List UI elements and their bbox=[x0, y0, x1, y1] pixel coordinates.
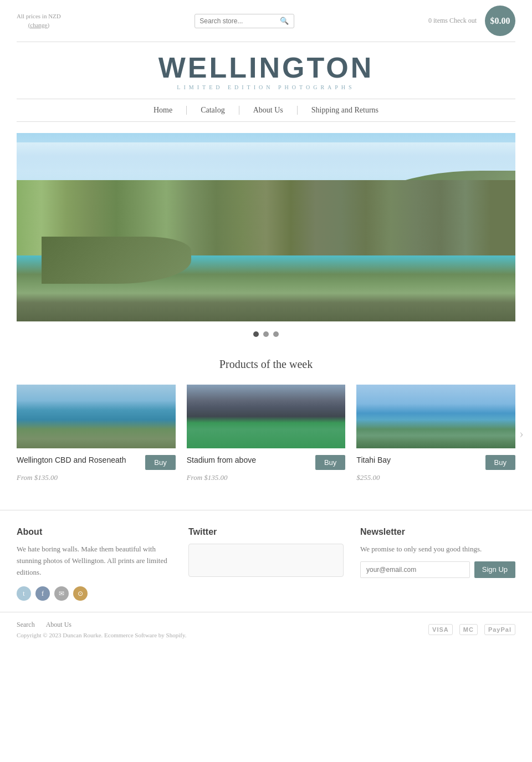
footer-about-link[interactable]: About Us bbox=[46, 621, 71, 629]
dot-1[interactable] bbox=[253, 331, 259, 337]
checkout-link[interactable]: Check out bbox=[449, 17, 477, 24]
cart-total[interactable]: $0.00 bbox=[485, 6, 515, 36]
bottom-footer: Search About Us Copyright © 2023 Duncan … bbox=[0, 612, 532, 647]
facebook-social-icon[interactable]: f bbox=[35, 586, 50, 601]
footer-newsletter-title: Newsletter bbox=[360, 527, 515, 537]
buy-button-3[interactable]: Buy bbox=[485, 455, 515, 470]
product-name-3: Titahi Bay bbox=[356, 455, 479, 465]
payment-icons: VISA MC PayPal bbox=[428, 624, 515, 635]
product-name-2: Stadium from above bbox=[187, 455, 310, 465]
nav-bottom-divider bbox=[17, 121, 515, 122]
twitter-social-icon[interactable]: t bbox=[17, 586, 31, 601]
newsletter-text: We promise to only send you good things. bbox=[360, 544, 515, 555]
newsletter-email-input[interactable] bbox=[360, 561, 470, 578]
change-link[interactable]: (change) bbox=[28, 22, 49, 28]
products-section: Products of the week Wellington CBD and … bbox=[0, 347, 532, 493]
logo-subtitle: LIMITED EDITION PHOTOGRAPHS bbox=[0, 84, 532, 90]
top-bar: All prices in NZD (change) 🔍 0 items Che… bbox=[0, 0, 532, 42]
bottom-footer-left: Search About Us Copyright © 2023 Duncan … bbox=[17, 621, 186, 638]
search-icon[interactable]: 🔍 bbox=[280, 17, 289, 25]
paypal-icon: PayPal bbox=[484, 624, 515, 635]
products-next-arrow[interactable]: › bbox=[519, 426, 524, 441]
product-info-3: Titahi Bay Buy bbox=[356, 455, 515, 470]
email-social-icon[interactable]: ✉ bbox=[54, 586, 69, 601]
cart-info[interactable]: 0 items Check out bbox=[428, 17, 477, 25]
newsletter-form: Sign Up bbox=[360, 561, 515, 578]
products-title: Products of the week bbox=[17, 358, 515, 371]
hero-dots bbox=[0, 321, 532, 347]
social-icons: t f ✉ ⊙ bbox=[17, 586, 172, 601]
footer-twitter: Twitter bbox=[188, 527, 344, 601]
nav-item-about[interactable]: About Us bbox=[239, 106, 298, 115]
product-image-2 bbox=[187, 385, 346, 448]
footer-twitter-title: Twitter bbox=[188, 527, 344, 537]
buy-button-2[interactable]: Buy bbox=[315, 455, 345, 470]
footer-about-title: About bbox=[17, 527, 172, 537]
logo-title: WELLINGTON bbox=[0, 53, 532, 82]
footer-about: About We hate boring walls. Make them be… bbox=[17, 527, 172, 601]
mastercard-icon: MC bbox=[459, 624, 478, 635]
product-name-1: Wellington CBD and Roseneath bbox=[17, 455, 140, 465]
product-card-1: Wellington CBD and Roseneath Buy From $1… bbox=[17, 385, 176, 482]
product-card-2: Stadium from above Buy From $135.00 bbox=[187, 385, 346, 482]
dot-3[interactable] bbox=[273, 331, 279, 337]
cart-items: 0 items bbox=[428, 17, 448, 24]
footer-newsletter: Newsletter We promise to only send you g… bbox=[360, 527, 515, 601]
twitter-widget bbox=[188, 544, 344, 577]
visa-icon: VISA bbox=[428, 624, 453, 635]
main-nav: Home Catalog About Us Shipping and Retur… bbox=[0, 99, 532, 121]
search-box[interactable]: 🔍 bbox=[195, 14, 294, 28]
logo-area: WELLINGTON LIMITED EDITION PHOTOGRAPHS bbox=[0, 42, 532, 99]
footer-search-link[interactable]: Search bbox=[17, 621, 35, 629]
product-price-1: From $135.00 bbox=[17, 473, 176, 482]
product-price-3: $255.00 bbox=[356, 473, 515, 482]
nav-item-shipping[interactable]: Shipping and Returns bbox=[298, 106, 392, 115]
rss-social-icon[interactable]: ⊙ bbox=[73, 586, 88, 601]
products-grid: Wellington CBD and Roseneath Buy From $1… bbox=[17, 385, 515, 482]
footer-sections: About We hate boring walls. Make them be… bbox=[0, 510, 532, 612]
signup-button[interactable]: Sign Up bbox=[474, 561, 515, 578]
product-info-1: Wellington CBD and Roseneath Buy bbox=[17, 455, 176, 470]
price-notice-text: All prices in NZD bbox=[17, 13, 61, 19]
hero-peninsula bbox=[42, 237, 191, 284]
nav-item-home[interactable]: Home bbox=[140, 106, 187, 115]
price-notice: All prices in NZD (change) bbox=[17, 12, 61, 29]
footer-about-text: We hate boring walls. Make them beautifu… bbox=[17, 544, 172, 578]
dot-2[interactable] bbox=[263, 331, 269, 337]
bottom-footer-links: Search About Us bbox=[17, 621, 186, 629]
nav-item-catalog[interactable]: Catalog bbox=[187, 106, 239, 115]
search-input[interactable] bbox=[200, 17, 280, 25]
copyright: Copyright © 2023 Duncan Rourke. Ecommerc… bbox=[17, 632, 186, 638]
product-card-3: Titahi Bay Buy $255.00 bbox=[356, 385, 515, 482]
product-image-3 bbox=[356, 385, 515, 448]
buy-button-1[interactable]: Buy bbox=[145, 455, 175, 470]
product-image-1 bbox=[17, 385, 176, 448]
hero-image bbox=[17, 133, 515, 321]
product-info-2: Stadium from above Buy bbox=[187, 455, 346, 470]
product-price-2: From $135.00 bbox=[187, 473, 346, 482]
top-bar-right: 0 items Check out $0.00 bbox=[428, 6, 515, 36]
